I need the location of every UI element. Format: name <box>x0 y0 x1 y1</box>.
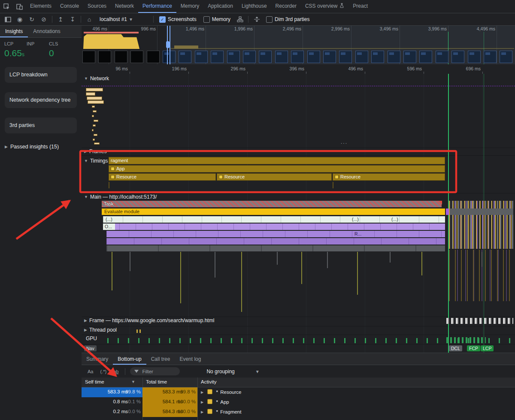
insight-card-lcp-breakdown[interactable]: LCP breakdown <box>5 67 77 83</box>
tab-summary[interactable]: Summary <box>82 353 113 365</box>
flame-row-anonymous-calls[interactable]: (...) (...) (...) <box>103 216 445 223</box>
record-button[interactable]: ◉ <box>15 15 25 24</box>
clear-button[interactable]: ⊘ <box>39 15 49 24</box>
tab-performance[interactable]: Performance <box>138 0 176 13</box>
download-profile-icon[interactable]: ↧ <box>67 15 78 24</box>
upload-profile-icon[interactable]: ↥ <box>55 15 66 24</box>
tab-lighthouse[interactable]: Lighthouse <box>237 0 271 13</box>
main-thread-track-header[interactable]: ▼ Main — http://localhost:5173/ <box>84 194 157 200</box>
regex-button[interactable]: (.*) <box>98 368 108 375</box>
tab-application[interactable]: Application <box>203 0 237 13</box>
nav-track-label[interactable]: Nav <box>84 345 97 351</box>
expand-icon[interactable]: ▶ <box>201 390 203 394</box>
timing-label: Resource <box>340 173 360 181</box>
gpu-track-header[interactable]: GPU <box>86 335 97 341</box>
flame-row-purple[interactable] <box>106 238 445 245</box>
expand-icon[interactable]: ▶ <box>201 410 203 414</box>
timeline-ruler[interactable]: 96 ms 196 ms 296 ms 396 ms 496 ms 596 ms… <box>82 64 515 74</box>
dim-3rd-parties-checkbox[interactable]: Dim 3rd parties <box>266 16 309 23</box>
insight-card-3rd-parties[interactable]: 3rd parties <box>5 118 77 133</box>
tab-css-overview[interactable]: CSS overview <box>301 0 348 13</box>
expand-icon[interactable]: ▶ <box>201 400 203 404</box>
collapsed-overflow-indicator[interactable]: ... <box>341 139 348 145</box>
filter-input[interactable] <box>141 369 173 375</box>
passed-insights-toggle[interactable]: ▶ Passed insights (15) <box>5 144 77 150</box>
timing-bar-resource[interactable]: Resource <box>217 173 332 181</box>
filter-input-box[interactable] <box>130 367 180 375</box>
table-row[interactable]: 0.2 ms 0.0 % 584.3 ms 100.0 % ▶ * Fragme… <box>82 407 515 417</box>
screenshot-thumbnail[interactable] <box>130 51 143 63</box>
metric-inp[interactable]: INP <box>27 41 49 58</box>
table-row[interactable]: 583.3 ms 99.8 % 583.3 ms 99.8 % ▶ * Reso… <box>82 387 515 397</box>
flame-chart-tracks[interactable]: ▼ Network ... ▶ Frames ▼ <box>82 74 515 353</box>
dock-side-icon[interactable] <box>3 15 13 24</box>
activity-cell[interactable]: ▶ * Fragment <box>197 407 515 417</box>
fcp-marker[interactable]: FCP <box>467 345 480 351</box>
activity-cell[interactable]: ▶ * Resource <box>197 387 515 397</box>
frame-track-header[interactable]: ▶ Frame — https://www.google.com/search/… <box>84 317 214 323</box>
tab-elements[interactable]: Elements <box>26 0 56 13</box>
memory-checkbox[interactable]: Memory <box>203 16 230 23</box>
timeline-overview[interactable]: 496 ms 996 ms 1,496 ms 1,996 ms 2,496 ms… <box>82 26 515 65</box>
thread-pool-track-header[interactable]: ▶ Thread pool <box>84 327 117 333</box>
target-selector[interactable]: localhost #1 ▾ <box>96 15 150 23</box>
tab-insights[interactable]: Insights <box>0 26 28 37</box>
ruler-tick: 596 ms <box>407 66 422 71</box>
zoom-window-handle[interactable] <box>166 41 170 48</box>
timing-bar-fragment[interactable]: ragment <box>109 157 445 164</box>
whole-word-button[interactable]: ab <box>112 368 120 375</box>
match-case-button[interactable]: Aa <box>86 368 95 375</box>
table-row[interactable]: 0.8 ms 0.1 % 584.1 ms 100.0 % ▶ * App <box>82 397 515 407</box>
frame-thumbnails-strip <box>446 318 513 324</box>
grouping-dropdown[interactable]: No grouping ▾ <box>206 369 258 375</box>
network-track-header[interactable]: ▼ Network <box>84 76 109 82</box>
screenshot-thumbnail[interactable] <box>82 51 95 63</box>
insight-card-network-dependency-tree[interactable]: Network dependency tree <box>5 92 77 108</box>
flame-gray-segment[interactable] <box>450 208 513 215</box>
tab-console[interactable]: Console <box>56 0 83 13</box>
column-self-time[interactable]: Self time <box>85 379 104 384</box>
dcl-marker[interactable]: DCL <box>449 345 462 351</box>
timing-bar-resource[interactable]: Resource <box>109 173 216 181</box>
split-view-icon[interactable] <box>251 15 262 24</box>
tab-label: Recorder <box>276 3 297 9</box>
device-toolbar-icon[interactable] <box>13 0 26 13</box>
tab-sources[interactable]: Sources <box>83 0 111 13</box>
screenshot-thumbnail[interactable] <box>115 51 127 63</box>
metric-lcp[interactable]: LCP 0.65s <box>4 41 27 58</box>
metric-cls[interactable]: CLS 0 <box>49 41 71 58</box>
screenshot-thumbnail[interactable] <box>98 51 111 63</box>
timing-bar-resource[interactable]: Resource <box>333 173 445 181</box>
zoom-window-edge[interactable] <box>170 26 170 64</box>
tab-call-tree[interactable]: Call tree <box>146 353 175 365</box>
long-task-bar[interactable]: Task <box>102 201 442 207</box>
inspect-icon[interactable] <box>0 0 13 13</box>
evaluate-module-bar[interactable]: Evaluate module <box>102 208 445 215</box>
screenshots-checkbox[interactable]: ✓ Screenshots <box>159 16 197 23</box>
tab-bottom-up[interactable]: Bottom-up <box>113 353 146 365</box>
home-icon[interactable]: ⌂ <box>84 15 94 24</box>
screenshot-thumbnail[interactable] <box>147 51 160 63</box>
lcp-marker[interactable]: LCP <box>481 345 494 351</box>
reload-record-button[interactable]: ↻ <box>27 15 37 24</box>
column-activity[interactable]: Activity <box>201 379 216 384</box>
column-total-time[interactable]: Total time <box>146 379 167 384</box>
metric-label: LCP <box>4 41 27 46</box>
resource-color-swatch <box>207 399 212 404</box>
flame-purple-segment[interactable] <box>446 208 449 215</box>
tab-preact[interactable]: Preact <box>348 0 372 13</box>
timing-bar-app[interactable]: App <box>109 165 445 172</box>
flame-row-purple[interactable]: O... <box>103 224 445 230</box>
frames-track-header[interactable]: ▶ Frames <box>84 148 107 154</box>
tab-annotations[interactable]: Annotations <box>28 26 65 37</box>
tab-recorder[interactable]: Recorder <box>271 0 301 13</box>
flame-row-purple[interactable]: R... <box>106 231 445 237</box>
flame-row-gray[interactable] <box>106 245 445 251</box>
timings-track-header[interactable]: ▼ Timings <box>84 158 108 164</box>
filter-funnel-icon <box>134 370 139 373</box>
tab-network[interactable]: Network <box>111 0 138 13</box>
activity-cell[interactable]: ▶ * App <box>197 397 515 407</box>
tab-memory[interactable]: Memory <box>176 0 203 13</box>
hierarchy-icon[interactable] <box>235 15 245 24</box>
tab-event-log[interactable]: Event log <box>175 353 206 365</box>
